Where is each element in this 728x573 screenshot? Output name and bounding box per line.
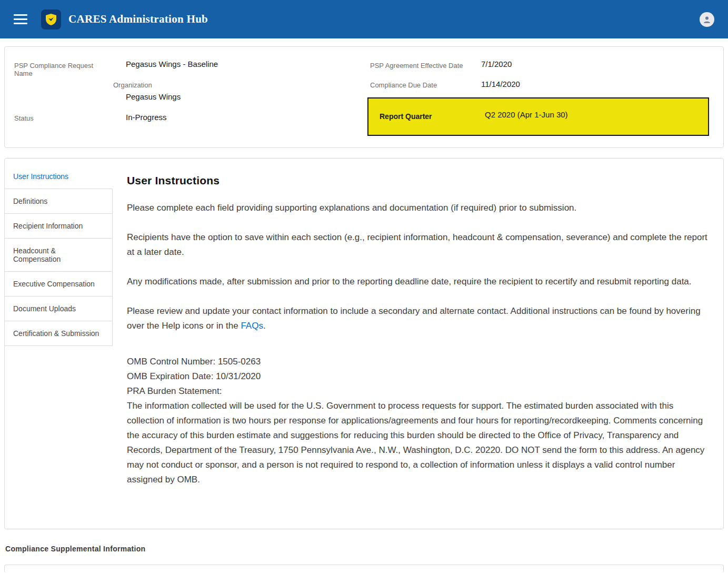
- organization-label: Organization: [113, 81, 152, 89]
- section-tab-rail: User Instructions Definitions Recipient …: [5, 159, 113, 529]
- user-instructions-panel: User Instructions Please complete each f…: [113, 159, 723, 529]
- tab-definitions[interactable]: Definitions: [5, 189, 113, 214]
- report-sections-card: User Instructions Definitions Recipient …: [4, 158, 724, 529]
- tab-user-instructions[interactable]: User Instructions: [5, 164, 113, 189]
- instruction-paragraph-1: Please complete each field providing sup…: [127, 201, 713, 215]
- effective-date-value: 7/1/2020: [481, 60, 512, 68]
- request-name-label: PSP Compliance Request Name: [14, 62, 104, 77]
- report-quarter-label: Report Quarter: [380, 112, 432, 121]
- instruction-paragraph-3: Any modifications made, after submission…: [127, 274, 713, 289]
- pra-burden-label: PRA Burden Statement:: [127, 384, 713, 399]
- effective-date-label: PSP Agreement Effective Date: [370, 62, 463, 70]
- report-quarter-highlight: Report Quarter Q2 2020 (Apr 1-Jun 30): [367, 97, 709, 136]
- faqs-link[interactable]: FAQs: [241, 321, 263, 331]
- tab-document-uploads[interactable]: Document Uploads: [5, 297, 113, 321]
- instruction-paragraph-4-text: Please review and update your contact in…: [127, 306, 701, 331]
- status-value: In-Progress: [126, 113, 167, 122]
- pra-burden-text: The information collected will be used f…: [127, 399, 713, 487]
- menu-icon[interactable]: [14, 14, 27, 24]
- omb-control-number: OMB Control Number: 1505-0263: [127, 354, 713, 369]
- user-avatar-icon[interactable]: [700, 12, 714, 27]
- app-header: CARES Administration Hub: [0, 0, 728, 38]
- instruction-paragraph-4-period: .: [263, 321, 266, 331]
- omb-pra-block: OMB Control Number: 1505-0263 OMB Expira…: [127, 354, 713, 487]
- app-logo-icon: [41, 9, 61, 29]
- supplemental-info-card: [4, 565, 724, 572]
- compliance-summary-card: PSP Compliance Request Name Pegasus Wing…: [4, 46, 724, 148]
- tab-executive-compensation[interactable]: Executive Compensation: [5, 272, 113, 297]
- organization-value: Pegasus Wings: [126, 92, 181, 101]
- panel-heading: User Instructions: [127, 174, 713, 187]
- omb-expiration-date: OMB Expiration Date: 10/31/2020: [127, 369, 713, 384]
- tab-certification-submission[interactable]: Certification & Submission: [5, 321, 113, 346]
- report-quarter-value: Q2 2020 (Apr 1-Jun 30): [485, 110, 568, 119]
- supplemental-info-heading: Compliance Supplemental Information: [5, 545, 728, 553]
- app-title: CARES Administration Hub: [68, 13, 208, 26]
- due-date-value: 11/14/2020: [481, 80, 520, 88]
- due-date-label: Compliance Due Date: [370, 81, 437, 89]
- instruction-paragraph-4: Please review and update your contact in…: [127, 304, 713, 333]
- tab-recipient-information[interactable]: Recipient Information: [5, 214, 113, 239]
- tab-headcount-compensation[interactable]: Headcount & Compensation: [5, 239, 113, 272]
- status-label: Status: [14, 114, 34, 122]
- instruction-paragraph-2: Recipients have the option to save withi…: [127, 230, 713, 260]
- request-name-value: Pegasus Wings - Baseline: [126, 60, 218, 68]
